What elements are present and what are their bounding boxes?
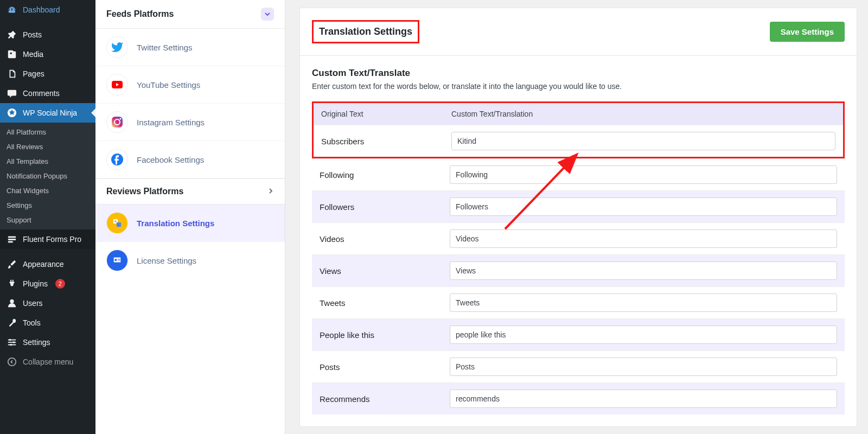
table-row: Followers (312, 190, 845, 222)
reviews-title: Reviews Platforms (106, 187, 183, 196)
svg-point-15 (120, 118, 122, 120)
menu-pages[interactable]: Pages (0, 64, 95, 84)
facebook-label: Facebook Settings (137, 155, 204, 164)
menu-label: Pages (23, 69, 44, 78)
collapse-icon (7, 356, 17, 367)
original-text: Following (320, 170, 450, 180)
collapse-feeds-button[interactable] (261, 8, 274, 21)
custom-text-input[interactable] (450, 229, 837, 248)
panel-header: Translation Settings Save Settings (300, 8, 857, 56)
save-settings-button[interactable]: Save Settings (770, 22, 845, 42)
menu-dashboard[interactable]: Dashboard (0, 0, 95, 20)
original-text: Views (320, 266, 450, 276)
custom-text-input[interactable] (450, 358, 837, 376)
svg-rect-2 (8, 239, 16, 240)
original-text: Tweets (320, 298, 450, 308)
instagram-settings-item[interactable]: Instagram Settings (95, 104, 285, 141)
table-row: Posts (312, 350, 845, 382)
menu-label: Collapse menu (23, 358, 73, 366)
feeds-platforms-header: Feeds Platforms (95, 0, 285, 29)
table-row: Following (312, 158, 845, 190)
translate-icon: A (106, 212, 128, 234)
table-header: Original Text Custom Text/Translation (314, 103, 843, 125)
dashboard-icon (7, 4, 17, 15)
comment-icon (7, 88, 17, 99)
submenu-support[interactable]: Support (0, 213, 95, 227)
menu-label: Dashboard (23, 5, 60, 14)
facebook-settings-item[interactable]: Facebook Settings (95, 141, 285, 178)
youtube-settings-item[interactable]: YouTube Settings (95, 66, 285, 104)
menu-tools[interactable]: Tools (0, 313, 95, 333)
svg-point-10 (10, 344, 12, 346)
submenu-all-reviews[interactable]: All Reviews (0, 139, 95, 154)
svg-rect-1 (8, 237, 16, 238)
main-content: Translation Settings Save Settings Custo… (285, 0, 868, 434)
submenu-chat-widgets[interactable]: Chat Widgets (0, 183, 95, 198)
plug-icon (7, 278, 17, 289)
menu-label: Tools (23, 318, 41, 327)
panel-body: Custom Text/Translate Enter custom text … (300, 56, 857, 426)
submenu-settings[interactable]: Settings (0, 198, 95, 213)
menu-wp-social-ninja[interactable]: WP Social Ninja (0, 103, 95, 123)
menu-appearance[interactable]: Appearance (0, 254, 95, 274)
forms-icon (7, 234, 17, 245)
chevron-right-icon (267, 187, 274, 196)
original-text: Posts (320, 362, 450, 372)
menu-label: Fluent Forms Pro (23, 235, 81, 244)
menu-label: Posts (23, 30, 42, 39)
twitter-settings-item[interactable]: Twitter Settings (95, 29, 285, 66)
facebook-icon (106, 149, 128, 170)
translation-table-highlighted: Original Text Custom Text/Translation Su… (312, 101, 845, 158)
settings-icon (7, 337, 17, 348)
custom-text-input[interactable] (451, 132, 835, 150)
custom-text-input[interactable] (450, 293, 837, 312)
custom-text-input[interactable] (450, 165, 837, 184)
menu-media[interactable]: Media (0, 44, 95, 64)
translation-table: Following Followers Videos Views Tweets (312, 158, 845, 414)
instagram-label: Instagram Settings (137, 118, 205, 127)
svg-point-8 (9, 339, 11, 341)
svg-point-11 (8, 358, 16, 366)
feeds-title: Feeds Platforms (106, 9, 174, 19)
custom-text-input[interactable] (450, 390, 837, 408)
youtube-icon (106, 74, 128, 95)
menu-label: Settings (23, 338, 50, 347)
svg-rect-18 (117, 222, 121, 227)
menu-label: Appearance (23, 260, 64, 269)
svg-point-4 (10, 299, 14, 303)
submenu-all-platforms[interactable]: All Platforms (0, 125, 95, 139)
translation-settings-item[interactable]: A Translation Settings (95, 205, 285, 242)
svg-rect-23 (118, 260, 120, 260)
license-icon (106, 250, 128, 271)
license-settings-item[interactable]: License Settings (95, 242, 285, 279)
svg-point-9 (13, 341, 15, 343)
custom-text-input[interactable] (450, 261, 837, 280)
col-original: Original Text (321, 110, 451, 118)
menu-users[interactable]: Users (0, 293, 95, 313)
menu-fluent-forms[interactable]: Fluent Forms Pro (0, 229, 95, 249)
menu-comments[interactable]: Comments (0, 84, 95, 103)
menu-plugins[interactable]: Plugins 2 (0, 274, 95, 293)
submenu-all-templates[interactable]: All Templates (0, 154, 95, 169)
panel-title: Translation Settings (312, 20, 419, 43)
instagram-icon (106, 111, 128, 133)
menu-settings[interactable]: Settings (0, 333, 95, 352)
submenu-wp-social-ninja: All Platforms All Reviews All Templates … (0, 123, 95, 229)
col-custom: Custom Text/Translation (451, 110, 533, 118)
original-text: Recommends (320, 394, 450, 404)
license-label: License Settings (137, 256, 196, 265)
secondary-sidebar: Feeds Platforms Twitter Settings YouTube… (95, 0, 285, 434)
original-text: Videos (320, 234, 450, 244)
sub-desc: Enter custom text for the words below, o… (312, 82, 845, 91)
table-row: People like this (312, 318, 845, 350)
submenu-notification-popups[interactable]: Notification Popups (0, 169, 95, 183)
sub-title: Custom Text/Translate (312, 68, 845, 79)
reviews-platforms-header[interactable]: Reviews Platforms (95, 178, 285, 205)
brush-icon (7, 259, 17, 270)
menu-collapse[interactable]: Collapse menu (0, 352, 95, 372)
svg-rect-22 (118, 259, 120, 259)
custom-text-input[interactable] (450, 197, 837, 216)
custom-text-input[interactable] (450, 326, 837, 344)
menu-posts[interactable]: Posts (0, 25, 95, 44)
menu-label: Comments (23, 89, 60, 98)
